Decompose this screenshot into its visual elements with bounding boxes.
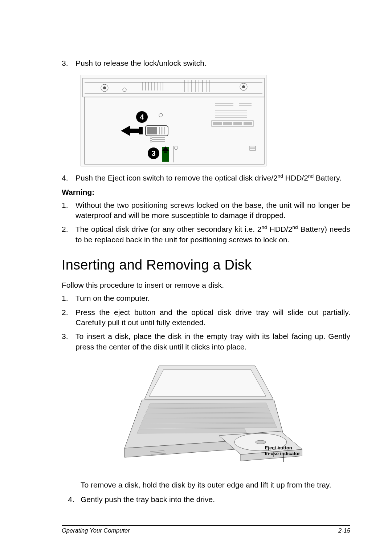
- figure-1: 4 3: [81, 75, 350, 166]
- list-number: 3.: [62, 331, 75, 352]
- svg-marker-71: [139, 423, 277, 428]
- insert-step-3-text: To insert a disk, place the disk in the …: [75, 331, 350, 352]
- text: The optical disk drive (or any other sec…: [75, 225, 262, 233]
- superscript: nd: [308, 173, 314, 179]
- svg-rect-24: [85, 97, 264, 164]
- svg-rect-58: [164, 151, 167, 153]
- superscript: nd: [278, 173, 283, 179]
- inuse-indicator-label: In-use indicator: [265, 451, 300, 457]
- insert-step-1-text: Turn on the computer.: [75, 293, 350, 303]
- warning-2: 2. The optical disk drive (or any other …: [62, 224, 350, 245]
- insert-step-2: 2. Press the eject button and the optica…: [62, 307, 350, 328]
- svg-rect-35: [223, 122, 232, 125]
- footer-page-number: 2-15: [338, 527, 350, 534]
- svg-marker-68: [146, 408, 270, 413]
- after-figure-text: To remove a disk, hold the disk by its o…: [81, 480, 350, 490]
- svg-point-60: [174, 146, 178, 150]
- insert-step-4: 4. Gently push the tray back into the dr…: [62, 494, 350, 505]
- svg-rect-34: [213, 122, 222, 125]
- page: 3. Push to release the lock/unlock switc…: [0, 0, 392, 554]
- figure-2-illustration: Eject button In-use indicator: [110, 363, 302, 468]
- step-3: 3. Push to release the lock/unlock switc…: [62, 58, 350, 68]
- insert-step-2-text: Press the eject button and the optical d…: [75, 307, 350, 328]
- figure-1-illustration: 4 3: [81, 75, 266, 166]
- text: HDD/2: [267, 225, 293, 233]
- svg-rect-42: [139, 127, 143, 134]
- svg-text:4: 4: [140, 113, 144, 121]
- svg-point-79: [256, 440, 266, 444]
- insert-step-3: 3. To insert a disk, place the disk in t…: [62, 331, 350, 352]
- list-number: 1.: [62, 200, 75, 221]
- list-number: 2.: [62, 307, 75, 328]
- warning-1: 1. Without the two positioning screws lo…: [62, 200, 350, 221]
- intro-text: Follow this procedure to insert or remov…: [62, 280, 350, 290]
- svg-point-52: [150, 137, 152, 139]
- step-4: 4. Push the Eject icon switch to remove …: [62, 173, 350, 183]
- svg-rect-0: [83, 78, 264, 97]
- step-4-text: Push the Eject icon switch to remove the…: [75, 173, 350, 183]
- warning-2-text: The optical disk drive (or any other sec…: [75, 224, 350, 245]
- svg-text:3: 3: [151, 149, 155, 157]
- list-number: 4.: [62, 173, 75, 183]
- step-3-text: Push to release the lock/unlock switch.: [75, 58, 350, 68]
- figure-2-labels: Eject button In-use indicator: [265, 445, 300, 457]
- svg-rect-36: [233, 122, 242, 125]
- svg-point-20: [103, 86, 106, 89]
- footer-left: Operating Your Computer: [62, 527, 130, 534]
- warning-heading: Warning:: [62, 188, 350, 197]
- svg-point-38: [159, 113, 163, 117]
- text: Push the Eject icon switch to remove the…: [75, 174, 278, 182]
- list-number: 3.: [62, 58, 75, 68]
- svg-rect-37: [244, 122, 252, 125]
- svg-marker-70: [141, 418, 275, 423]
- text: HDD/2: [283, 174, 308, 182]
- insert-step-1: 1. Turn on the computer.: [62, 293, 350, 303]
- warning-1-text: Without the two positioning screws locke…: [75, 200, 350, 221]
- list-number: 2.: [62, 224, 75, 245]
- svg-point-53: [150, 141, 152, 142]
- insert-step-4-text: Gently push the tray back into the drive…: [81, 494, 350, 505]
- superscript: nd: [262, 225, 267, 230]
- svg-marker-65: [149, 369, 266, 396]
- svg-marker-41: [121, 126, 139, 136]
- svg-point-23: [242, 85, 245, 88]
- text: Battery.: [314, 174, 342, 182]
- svg-marker-72: [137, 428, 246, 433]
- page-footer: Operating Your Computer 2-15: [62, 525, 350, 534]
- svg-marker-67: [148, 403, 268, 408]
- list-number: 4.: [62, 494, 81, 505]
- list-number: 1.: [62, 293, 75, 303]
- superscript: nd: [293, 225, 298, 230]
- figure-2: Eject button In-use indicator: [62, 363, 350, 470]
- svg-marker-69: [143, 413, 273, 418]
- section-heading: Inserting and Removing a Disk: [62, 257, 350, 273]
- svg-point-21: [123, 88, 126, 92]
- svg-rect-44: [147, 127, 157, 134]
- eject-button-label: Eject button: [265, 445, 300, 451]
